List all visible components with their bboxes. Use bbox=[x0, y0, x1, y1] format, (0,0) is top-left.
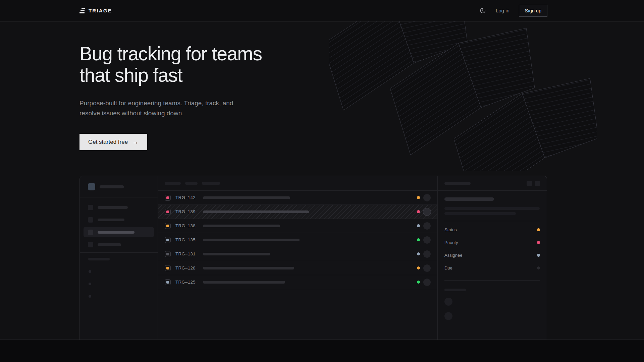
detail-field-row[interactable]: Priority bbox=[444, 236, 540, 249]
nav-item-icon bbox=[88, 242, 93, 247]
sidebar-nav-item[interactable] bbox=[84, 227, 154, 237]
issue-status-dot bbox=[417, 238, 420, 241]
divider bbox=[80, 252, 158, 253]
issue-id: TRG–131 bbox=[175, 251, 197, 256]
detail-field-row[interactable]: Due bbox=[444, 261, 540, 274]
field-label: Assignee bbox=[444, 253, 462, 258]
issue-status-dot bbox=[417, 224, 420, 227]
brand-logo[interactable]: TRIAGE bbox=[79, 8, 112, 13]
login-link[interactable]: Log in bbox=[496, 8, 509, 13]
wireframe-decor bbox=[329, 21, 597, 171]
hero-title: Bug tracking for teams that ship fast bbox=[79, 43, 262, 86]
issue-avatar bbox=[423, 250, 431, 258]
issue-avatar bbox=[423, 236, 431, 244]
issue-title-skeleton bbox=[203, 210, 309, 213]
sidebar-nav-item[interactable] bbox=[84, 215, 154, 225]
triage-bars-icon bbox=[79, 8, 85, 13]
issue-status-dot bbox=[417, 281, 420, 284]
issue-type-icon bbox=[165, 251, 171, 257]
moon-icon[interactable] bbox=[480, 7, 486, 14]
issue-row[interactable]: TRG–138 bbox=[158, 219, 437, 233]
field-value-dot bbox=[537, 241, 540, 244]
nav-item-icon bbox=[88, 205, 93, 210]
divider bbox=[444, 221, 540, 221]
issue-title-skeleton bbox=[203, 239, 300, 241]
field-label: Status bbox=[444, 227, 457, 232]
nav-item-icon bbox=[88, 230, 93, 235]
issue-row[interactable]: TRG–139 bbox=[158, 205, 437, 219]
issue-row[interactable]: TRG–125 bbox=[158, 275, 437, 289]
get-started-button[interactable]: Get started free → bbox=[79, 134, 147, 150]
sidebar-nav-item[interactable] bbox=[84, 202, 154, 213]
nav-label-skeleton bbox=[98, 206, 128, 209]
issue-row[interactable]: TRG–128 bbox=[158, 261, 437, 275]
issue-type-icon bbox=[165, 223, 171, 229]
detail-header bbox=[438, 176, 547, 191]
field-value-dot bbox=[537, 266, 540, 269]
detail-field-row[interactable]: Assignee bbox=[444, 249, 540, 261]
field-value-dot bbox=[537, 228, 540, 231]
issue-title-skeleton bbox=[203, 253, 270, 255]
issue-status-dot bbox=[417, 196, 420, 199]
toolbar-pill-skeleton bbox=[185, 182, 198, 185]
divider bbox=[444, 280, 540, 281]
issue-avatar bbox=[423, 222, 431, 230]
issue-status-dot bbox=[417, 210, 420, 213]
issue-type-icon bbox=[165, 195, 171, 201]
issue-list-panel: TRG–142 TRG–139 TRG–138 TRG–135 bbox=[158, 176, 438, 340]
issue-id: TRG–128 bbox=[175, 265, 197, 270]
workspace-icon bbox=[88, 183, 95, 190]
site-header: TRIAGE Log in Sign up bbox=[0, 0, 644, 21]
nav-label-skeleton bbox=[98, 219, 124, 221]
detail-action-button[interactable] bbox=[527, 181, 532, 186]
sidebar-bullet bbox=[89, 295, 91, 298]
app-mockup: TRG–142 TRG–139 TRG–138 TRG–135 bbox=[79, 176, 547, 340]
field-label: Due bbox=[444, 265, 452, 270]
detail-body: Status Priority Assignee Due bbox=[438, 191, 547, 327]
issue-id: TRG–125 bbox=[175, 280, 197, 285]
signup-button[interactable]: Sign up bbox=[519, 5, 547, 17]
page-footer bbox=[0, 340, 644, 362]
sidebar-section-skeleton bbox=[88, 258, 110, 260]
sidebar-bullet bbox=[89, 283, 91, 285]
workspace-switcher[interactable] bbox=[80, 176, 158, 197]
nav-label-skeleton bbox=[98, 243, 121, 246]
issue-type-icon bbox=[165, 265, 171, 271]
issue-row[interactable]: TRG–135 bbox=[158, 233, 437, 247]
mockup-sidebar bbox=[80, 176, 158, 340]
detail-breadcrumb-skeleton bbox=[444, 182, 471, 185]
detail-title-skeleton bbox=[444, 197, 494, 201]
issue-id: TRG–138 bbox=[175, 223, 197, 228]
issue-type-icon bbox=[165, 209, 171, 215]
nav-item-icon bbox=[88, 217, 93, 223]
sidebar-bullet bbox=[89, 270, 91, 273]
issue-list: TRG–142 TRG–139 TRG–138 TRG–135 bbox=[158, 191, 437, 289]
issue-detail-panel: Status Priority Assignee Due bbox=[438, 176, 547, 340]
issue-row[interactable]: TRG–142 bbox=[158, 191, 437, 205]
issue-title-skeleton bbox=[203, 281, 285, 284]
issue-title-skeleton bbox=[203, 196, 290, 199]
detail-fields: Status Priority Assignee Due bbox=[444, 223, 540, 274]
field-label: Priority bbox=[444, 240, 458, 245]
activity-section-skeleton bbox=[444, 289, 466, 291]
hero-subtitle: Purpose-built for engineering teams. Tri… bbox=[79, 98, 240, 118]
comment-avatar-skeleton bbox=[444, 298, 452, 306]
field-value-dot bbox=[537, 254, 540, 257]
issue-title-skeleton bbox=[203, 267, 294, 269]
detail-field-row[interactable]: Status bbox=[444, 223, 540, 236]
nav-label-skeleton bbox=[98, 231, 135, 234]
detail-action-button[interactable] bbox=[535, 181, 540, 186]
issue-type-icon bbox=[165, 237, 171, 243]
sidebar-nav-item[interactable] bbox=[84, 239, 154, 250]
issue-avatar bbox=[423, 208, 431, 216]
issue-avatar bbox=[423, 194, 431, 201]
detail-text-skeleton bbox=[444, 212, 516, 215]
issue-title-skeleton bbox=[203, 225, 280, 227]
issue-type-icon bbox=[165, 279, 171, 285]
list-toolbar bbox=[158, 176, 437, 191]
toolbar-pill-skeleton bbox=[165, 182, 181, 185]
brand-name: TRIAGE bbox=[89, 8, 112, 13]
issue-row[interactable]: TRG–131 bbox=[158, 247, 437, 261]
workspace-name-skeleton bbox=[100, 185, 124, 188]
issue-id: TRG–139 bbox=[175, 209, 197, 214]
